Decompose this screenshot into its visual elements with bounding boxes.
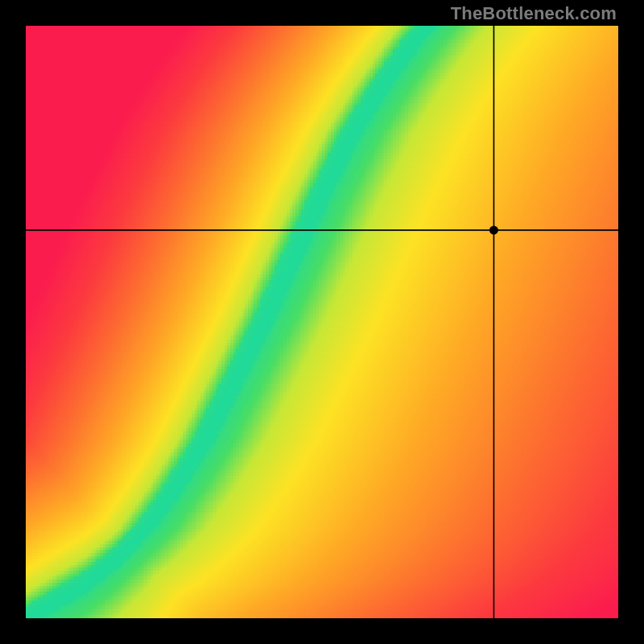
- watermark-text: TheBottleneck.com: [451, 3, 617, 24]
- bottleneck-heatmap: [26, 26, 618, 618]
